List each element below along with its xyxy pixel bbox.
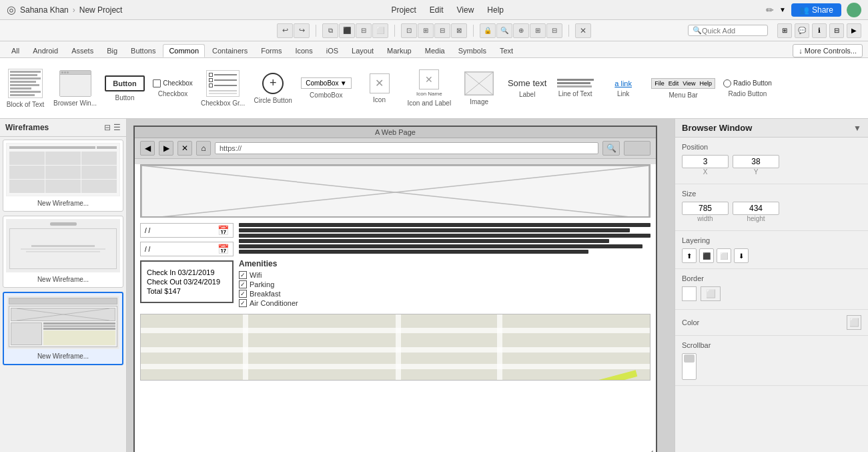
wireframe-item-3[interactable]: New Wireframe... [3, 292, 123, 365]
tab-icons[interactable]: Icons [289, 44, 318, 57]
component-circle-button[interactable]: + Circle Button [253, 73, 293, 104]
cut-button[interactable]: ⊟ [356, 23, 372, 38]
menu-project[interactable]: Project [391, 5, 416, 15]
color-picker-button[interactable]: ⬜ [847, 315, 861, 330]
component-icon-and-label[interactable]: ✕ Icon Name Icon and Label [408, 69, 452, 107]
component-radio-button[interactable]: Radio Button Radio Button [723, 79, 772, 97]
share-button[interactable]: 👥 Share [791, 3, 841, 17]
border-swatch[interactable] [682, 286, 697, 301]
combobox-label: ComboBox [310, 91, 342, 99]
tab-containers[interactable]: Containers [206, 44, 254, 57]
component-menu-bar[interactable]: File Edit View Help Menu Bar [651, 78, 715, 99]
menu-view[interactable]: View [457, 5, 474, 15]
info-icon[interactable]: ℹ [812, 23, 827, 38]
component-label[interactable]: Some text Label [507, 78, 547, 98]
tab-big[interactable]: Big [101, 44, 123, 57]
bring-to-front-button[interactable]: ⬆ [682, 248, 697, 263]
button-label: Button [115, 94, 135, 101]
grid-button[interactable]: ⊞ [530, 23, 546, 38]
undo-button[interactable]: ↩ [277, 23, 293, 38]
send-backward-button[interactable]: ⬜ [717, 248, 731, 263]
send-to-back-button[interactable]: ⬇ [734, 248, 749, 263]
pen-icon[interactable]: ✏ [766, 5, 774, 15]
distribute-button[interactable]: ⊠ [451, 23, 467, 38]
canvas-area[interactable]: A Web Page ◀ ▶ ✕ ⌂ https:// 🔍 [127, 119, 675, 452]
tab-assets[interactable]: Assets [65, 44, 99, 57]
zoom-in-button[interactable]: ⊕ [513, 23, 529, 38]
component-icon[interactable]: ✕ Icon [360, 73, 400, 103]
amenity-wifi: ✓ Wifi [239, 271, 650, 279]
breadcrumb-project[interactable]: New Project [79, 5, 123, 15]
component-browser-window[interactable]: Browser Win... [53, 70, 97, 107]
redo-button[interactable]: ↪ [294, 23, 310, 38]
position-x-input[interactable] [682, 155, 729, 168]
avatar[interactable] [847, 3, 861, 17]
sidebar-minimize-icon[interactable]: ⊟ [104, 123, 111, 132]
url-bar[interactable]: https:// [215, 142, 598, 154]
play-icon[interactable]: ▶ [847, 23, 861, 38]
dropdown-arrow[interactable]: ▼ [779, 6, 786, 13]
component-items: Block of Text Browser Win... Button [0, 58, 868, 118]
calendar-icon-2[interactable]: 📅 [218, 244, 229, 254]
crop-button[interactable]: ⊡ [401, 23, 417, 38]
back-button[interactable]: ◀ [140, 141, 155, 156]
tab-text[interactable]: Text [494, 44, 519, 57]
fullscreen-button[interactable]: ⊟ [546, 23, 562, 38]
size-width-input[interactable] [682, 202, 729, 215]
tab-layout[interactable]: Layout [346, 44, 380, 57]
size-height-input[interactable] [733, 202, 779, 215]
bring-forward-button[interactable]: ⬛ [699, 248, 714, 263]
canvas-scroll[interactable]: A Web Page ◀ ▶ ✕ ⌂ https:// 🔍 [127, 119, 675, 452]
delete-button[interactable]: ✕ [575, 23, 591, 38]
tab-forms[interactable]: Forms [255, 44, 288, 57]
tab-symbols[interactable]: Symbols [452, 44, 492, 57]
component-button[interactable]: Button Button [105, 75, 145, 101]
component-checkbox-gr[interactable]: Checkbox Gr... [201, 70, 245, 107]
tab-markup[interactable]: Markup [381, 44, 418, 57]
calendar-icon-1[interactable]: 📅 [218, 225, 229, 236]
tab-buttons[interactable]: Buttons [125, 44, 161, 57]
paste-button[interactable]: ⬛ [339, 23, 355, 38]
tab-media[interactable]: Media [419, 44, 451, 57]
menu-edit[interactable]: Edit [430, 5, 444, 15]
copy-button[interactable]: ⧉ [322, 23, 338, 38]
zoom-search-button[interactable]: 🔍 [496, 23, 512, 38]
move-button[interactable]: ⊞ [418, 23, 434, 38]
browser-search-button[interactable]: 🔍 [602, 141, 620, 156]
paste2-button[interactable]: ⬜ [372, 23, 388, 38]
component-block-of-text[interactable]: Block of Text [5, 69, 45, 108]
tab-common[interactable]: Common [163, 44, 205, 57]
component-checkbox[interactable]: Checkbox Checkbox [153, 79, 193, 97]
layout-icon[interactable]: ⊟ [829, 23, 844, 38]
lock-button[interactable]: 🔒 [480, 23, 496, 38]
wireframe-item-2[interactable]: New Wireframe... [3, 216, 123, 288]
sidebar-menu-icon[interactable]: ☰ [113, 123, 121, 132]
forward-button[interactable]: ▶ [159, 141, 173, 156]
breadcrumb-user[interactable]: Sahana Khan [20, 5, 69, 15]
view-toggle-icon[interactable]: ⊞ [777, 23, 792, 38]
quick-add-input[interactable] [702, 27, 762, 35]
tab-all[interactable]: All [5, 44, 25, 57]
border-style-button[interactable]: ⬜ [701, 286, 721, 301]
tab-android[interactable]: Android [27, 44, 64, 57]
component-line-of-text[interactable]: Line of Text [555, 79, 595, 97]
more-controls-button[interactable]: ↓ More Controls... [793, 44, 863, 57]
home-button[interactable]: ⌂ [196, 141, 211, 156]
component-combobox[interactable]: ComboBox ▼ ComboBox [301, 77, 351, 99]
browser-extra-btn[interactable] [624, 141, 650, 156]
component-link[interactable]: a link Link [603, 79, 643, 97]
panel-collapse-arrow[interactable]: ▼ [853, 124, 861, 133]
chat-icon[interactable]: 💬 [795, 23, 809, 38]
align-button[interactable]: ⊟ [434, 23, 450, 38]
close-button[interactable]: ✕ [177, 141, 192, 156]
menu-help[interactable]: Help [487, 5, 504, 15]
wireframe-item-1[interactable]: New Wireframe... [3, 140, 123, 212]
title-bar: ◎ Sahana Khan › New Project Project Edit… [0, 0, 868, 20]
position-row: X Y [682, 155, 861, 176]
tab-ios[interactable]: iOS [320, 44, 344, 57]
position-y-input[interactable] [733, 155, 779, 168]
date-input-2[interactable]: / / 📅 [140, 242, 234, 256]
component-image[interactable]: Image [459, 71, 499, 105]
date-input-1[interactable]: / / 📅 [140, 223, 234, 238]
browser-widget[interactable]: A Web Page ◀ ▶ ✕ ⌂ https:// 🔍 [133, 126, 657, 452]
